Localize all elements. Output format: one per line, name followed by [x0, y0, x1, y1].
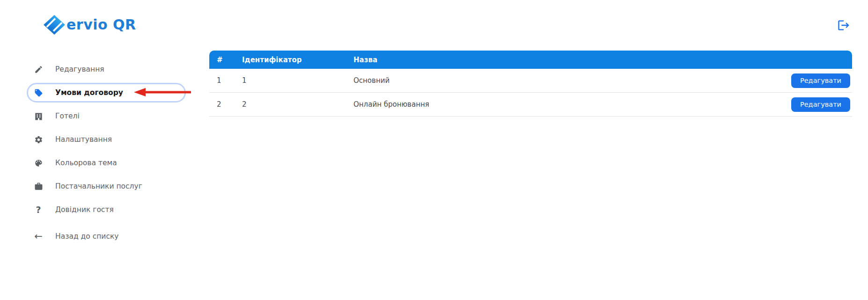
sidebar-item-label: Постачальники послуг — [55, 182, 142, 190]
hotel-icon — [34, 111, 43, 121]
edit-button[interactable]: Редагувати — [791, 97, 850, 112]
gear-icon — [34, 135, 43, 144]
sidebar-item-back-to-list[interactable]: ← Назад до списку — [27, 227, 186, 246]
sidebar-item-label: Готелі — [55, 112, 80, 120]
column-header-num: # — [209, 56, 235, 64]
sidebar-item-label: Довідник гостя — [55, 205, 114, 214]
sidebar-item-label: Налаштування — [55, 135, 112, 144]
briefcase-icon — [34, 182, 43, 191]
sidebar-item-editing[interactable]: Редагування — [27, 59, 186, 79]
arrow-left-icon: ← — [34, 232, 43, 241]
servio-diamond-icon — [44, 15, 65, 35]
cell-num: 2 — [209, 100, 235, 109]
sidebar-item-label: Кольорова тема — [55, 159, 117, 167]
logout-icon — [837, 19, 850, 32]
sidebar-item-contract-terms[interactable]: Умови договору — [27, 83, 186, 102]
cell-id: 1 — [235, 76, 346, 85]
edit-button[interactable]: Редагувати — [791, 73, 850, 88]
sidebar-item-label: Редагування — [55, 65, 104, 73]
table-header-row: # Ідентифікатор Назва — [209, 51, 852, 69]
column-header-name: Назва — [346, 56, 782, 64]
sidebar-item-color-theme[interactable]: Кольорова тема — [27, 153, 186, 173]
sidebar-item-label: Назад до списку — [55, 232, 118, 241]
cell-name: Онлайн бронювання — [346, 100, 782, 109]
sidebar-item-guest-guide[interactable]: ? Довідник гостя — [27, 200, 186, 220]
logout-button[interactable] — [837, 19, 851, 33]
palette-icon — [34, 158, 43, 168]
table-row: 1 1 Основний Редагувати — [209, 69, 852, 93]
cell-name: Основний — [346, 76, 782, 85]
contract-terms-table: # Ідентифікатор Назва 1 1 Основний Редаг… — [209, 51, 852, 117]
sidebar: Редагування Умови договору Готелі Налашт… — [27, 59, 187, 250]
app-logo[interactable]: ervio QR — [44, 15, 136, 35]
tag-icon — [34, 88, 43, 97]
column-header-id: Ідентифікатор — [235, 56, 346, 64]
cell-num: 1 — [209, 76, 235, 85]
sidebar-item-label: Умови договору — [55, 88, 123, 97]
sidebar-item-service-providers[interactable]: Постачальники послуг — [27, 176, 186, 196]
logo-text: ervio QR — [66, 15, 136, 35]
pencil-icon — [34, 65, 43, 74]
sidebar-item-hotels[interactable]: Готелі — [27, 106, 186, 126]
table-row: 2 2 Онлайн бронювання Редагувати — [209, 93, 852, 117]
question-icon: ? — [34, 205, 43, 214]
sidebar-item-settings[interactable]: Налаштування — [27, 130, 186, 149]
cell-id: 2 — [235, 100, 346, 109]
